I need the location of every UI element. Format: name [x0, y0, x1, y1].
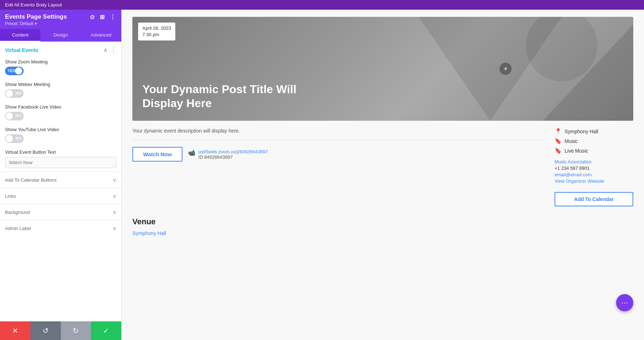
main-content: April 28, 2023 7:30 pm + Your Dynamic Po… — [122, 10, 644, 340]
collapse-icon[interactable]: ∧ — [103, 47, 108, 53]
close-button[interactable]: ✕ — [0, 321, 30, 340]
background-label: Background — [5, 210, 30, 215]
links-header[interactable]: Links ∨ — [0, 188, 121, 204]
view-organizer-website-link[interactable]: View Organizer Website — [555, 178, 633, 184]
zoom-meeting-knob — [15, 67, 22, 75]
youtube-live-toggle-container: NO — [5, 134, 116, 143]
event-divider — [132, 140, 544, 140]
venue-name: Symphony Hall — [565, 129, 598, 134]
event-description: Your dynamic event description will disp… — [132, 128, 544, 134]
section-header-icons: ∧ ⋮ — [103, 47, 116, 53]
category-meta-item-1: 🔖 Live Music — [555, 147, 633, 154]
youtube-live-toggle[interactable]: NO — [5, 134, 24, 143]
zoom-link[interactable]: us05web.zoom.us/j/84926643897 — [198, 149, 268, 154]
banner-date-box: April 28, 2023 7:30 pm — [138, 23, 175, 40]
add-to-calendar-button[interactable]: Add To Calendar — [555, 192, 633, 206]
background-header[interactable]: Background ∨ — [0, 204, 121, 220]
tab-advanced[interactable]: Advanced — [81, 29, 121, 42]
banner-title: Your Dynamic Post Title Will Display Her… — [142, 82, 314, 110]
youtube-live-row: Show YouTube Live Video NO — [0, 124, 121, 147]
zoom-meeting-toggle[interactable]: YES — [5, 67, 24, 75]
sidebar-header: Events Page Settings ⊙ ⊞ ⋮ Preset: Defau… — [0, 10, 121, 29]
virtual-events-section-header: Virtual Events ∧ ⋮ — [0, 42, 121, 56]
webex-meeting-label: Show Webex Meeting — [5, 82, 116, 87]
location-icon: 📍 — [555, 128, 562, 135]
chevron-down-icon-1: ∨ — [113, 193, 116, 199]
zoom-id: ID:84926643897 — [198, 154, 268, 160]
redo-button[interactable]: ↻ — [61, 321, 91, 340]
banner-time: 7:30 pm — [142, 32, 171, 38]
venue-link[interactable]: Symphony Hall — [132, 230, 166, 236]
webex-meeting-row: Show Webex Meeting NO — [0, 79, 121, 101]
venue-section: Venue Symphony Hall — [132, 217, 633, 236]
columns-icon[interactable]: ⊞ — [100, 14, 106, 20]
event-sidebar-info: 📍 Symphony Hall 🔖 Music 🔖 Live Music Mus… — [555, 128, 633, 206]
facebook-live-toggle[interactable]: NO — [5, 112, 24, 120]
zoom-details: us05web.zoom.us/j/84926643897 ID:8492664… — [198, 149, 268, 160]
add-to-calendar-header[interactable]: Add To Calendar Buttons ∨ — [0, 172, 121, 188]
zoom-meeting-row: Show Zoom Meeting YES — [0, 56, 121, 79]
sidebar-title-icons: ⊙ ⊞ ⋮ — [90, 14, 116, 20]
event-main: Your dynamic event description will disp… — [132, 128, 544, 206]
webex-meeting-toggle[interactable]: NO — [5, 89, 24, 98]
event-banner: April 28, 2023 7:30 pm + Your Dynamic Po… — [132, 17, 633, 121]
zoom-meeting-toggle-text: YES — [8, 68, 15, 73]
facebook-live-label: Show Facebook Live Video — [5, 104, 116, 110]
facebook-live-row: Show Facebook Live Video NO — [0, 101, 121, 124]
webex-meeting-toggle-text: NO — [16, 91, 22, 95]
add-to-calendar-section: Add To Calendar Buttons ∨ — [0, 172, 121, 188]
confirm-button[interactable]: ✓ — [91, 321, 121, 340]
bookmark-icon-0: 🔖 — [555, 138, 562, 144]
facebook-live-toggle-container: NO — [5, 112, 116, 120]
undo-button[interactable]: ↺ — [30, 321, 61, 340]
camera-icon: 📹 — [188, 149, 195, 156]
watch-row: Watch Now 📹 us05web.zoom.us/j/8492664389… — [132, 147, 544, 162]
organizer-name-link[interactable]: Music Association — [555, 159, 633, 164]
banner-date: April 28, 2023 — [142, 25, 171, 32]
zoom-info: 📹 us05web.zoom.us/j/84926643897 ID:84926… — [188, 149, 268, 160]
sidebar-tabs: Content Design Advanced — [0, 29, 121, 42]
more-icon[interactable]: ⋮ — [110, 14, 116, 20]
virtual-events-title: Virtual Events — [5, 47, 38, 53]
check-icon: ✓ — [103, 326, 109, 335]
tab-content[interactable]: Content — [0, 29, 40, 42]
fab-icon: ··· — [621, 298, 628, 307]
sidebar-title-row: Events Page Settings ⊙ ⊞ ⋮ — [5, 13, 116, 20]
undo-icon: ↺ — [43, 326, 49, 335]
youtube-live-knob — [6, 135, 13, 142]
focus-icon[interactable]: ⊙ — [90, 14, 96, 20]
bookmark-icon-1: 🔖 — [555, 147, 562, 154]
close-icon: ✕ — [12, 326, 18, 335]
youtube-live-label: Show YouTube Live Video — [5, 127, 116, 132]
sidebar: Events Page Settings ⊙ ⊞ ⋮ Preset: Defau… — [0, 10, 122, 340]
watch-now-button[interactable]: Watch Now — [132, 147, 182, 162]
admin-label-section: Admin Label ∨ — [0, 220, 121, 236]
category-meta-item-0: 🔖 Music — [555, 138, 633, 144]
zoom-meeting-toggle-container: YES — [5, 67, 116, 75]
top-bar: Edit All Events Body Layout — [0, 0, 644, 10]
sidebar-content: Virtual Events ∧ ⋮ Show Zoom Meeting YES — [0, 42, 121, 321]
sidebar-preset[interactable]: Preset: Default ▾ — [5, 21, 116, 26]
facebook-live-knob — [6, 112, 13, 120]
tab-design[interactable]: Design — [40, 29, 81, 42]
venue-section-title: Venue — [132, 217, 633, 226]
facebook-live-toggle-text: NO — [16, 114, 22, 118]
fab-button[interactable]: ··· — [616, 294, 633, 311]
banner-plus-button[interactable]: + — [499, 63, 512, 75]
chevron-down-icon-3: ∨ — [113, 225, 116, 231]
organizer-section: Music Association +1 234 567 8901 email@… — [555, 159, 633, 184]
venue-meta-item: 📍 Symphony Hall — [555, 128, 633, 135]
button-text-input[interactable] — [5, 157, 116, 168]
button-text-label: Virtual Event Button Text — [5, 149, 116, 155]
links-section: Links ∨ — [0, 188, 121, 204]
redo-icon: ↻ — [73, 326, 79, 335]
admin-label-header[interactable]: Admin Label ∨ — [0, 220, 121, 236]
webex-meeting-toggle-container: NO — [5, 89, 116, 98]
event-body: Your dynamic event description will disp… — [132, 128, 633, 206]
chevron-down-icon-2: ∨ — [113, 209, 116, 215]
section-more-icon[interactable]: ⋮ — [111, 47, 116, 53]
button-text-row: Virtual Event Button Text — [0, 147, 121, 172]
banner-shape-corner — [526, 17, 633, 121]
webex-meeting-knob — [6, 90, 13, 97]
organizer-email[interactable]: email@email.com — [555, 172, 633, 177]
